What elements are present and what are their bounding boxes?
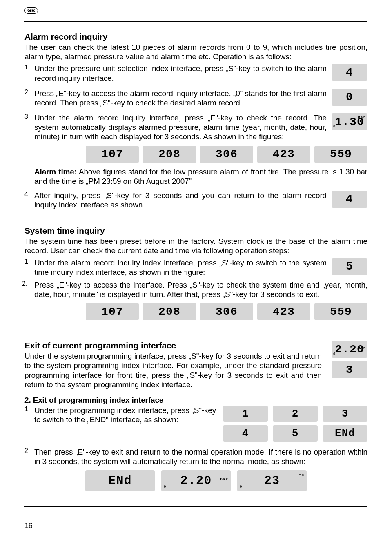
exit-intro-row: Exit of current programming interface Un… bbox=[24, 341, 368, 389]
section-title: System time inquiry bbox=[24, 226, 368, 236]
lcd-time-sequence: 107 208 306 423 559 bbox=[82, 146, 368, 163]
lcd-display: 5 bbox=[273, 425, 318, 442]
lcd-display-pressure: 0 2.20 Bar bbox=[332, 341, 368, 358]
list-text: Press „E"-key to access the interface. P… bbox=[34, 280, 368, 299]
section-intro: The system time has been preset before i… bbox=[24, 236, 368, 255]
exit-step-row: 1. Under the programming index interface… bbox=[24, 406, 368, 442]
alarm-time-note: Alarm time: Above figures stand for the … bbox=[34, 167, 368, 186]
list-number: 2. bbox=[24, 447, 34, 466]
lcd-display: 4 bbox=[223, 425, 268, 442]
list-number: 1. bbox=[24, 406, 34, 424]
lcd-display: 2 bbox=[273, 406, 318, 422]
section-intro: The user can check the latest 10 pieces … bbox=[24, 42, 368, 61]
unit-label: Bar bbox=[220, 477, 228, 482]
lcd-time-sequence: 107 208 306 423 559 bbox=[82, 303, 368, 320]
list-text: Under the pressure unit selection index … bbox=[34, 64, 327, 83]
section-intro: Under the system programming interface, … bbox=[24, 351, 322, 389]
lcd-display: 208 bbox=[143, 303, 196, 320]
list-item: 1. Under the alarm record inquiry index … bbox=[24, 258, 368, 277]
tire-indicator: 0 bbox=[164, 485, 167, 489]
lcd-display: 208 bbox=[143, 146, 196, 163]
lcd-display-temperature: 0 23 °C bbox=[237, 470, 307, 491]
section-alarm-record: Alarm record inquiry The user can check … bbox=[24, 32, 368, 210]
unit-label: °C bbox=[299, 473, 304, 477]
lcd-final-row: ENd 0 2.20 Bar 0 23 °C bbox=[24, 470, 368, 491]
list-item: 2. Press „E"-key to access the alarm rec… bbox=[24, 89, 368, 107]
manual-page: GB Alarm record inquiry The user can che… bbox=[0, 0, 392, 533]
lcd-display-pressure: 0 1.30 Bar bbox=[332, 113, 368, 130]
list-number: 4. bbox=[24, 191, 34, 198]
lcd-display: 423 bbox=[257, 146, 310, 163]
list-item: 2. Press „E"-key to access the interface… bbox=[24, 280, 368, 299]
tire-indicator: 0 bbox=[333, 125, 336, 129]
lcd-display: 107 bbox=[86, 146, 139, 163]
header-rule bbox=[24, 21, 368, 22]
list-number: 2. bbox=[22, 280, 34, 288]
subsection-title: 2. Exit of programming index interface bbox=[24, 396, 368, 405]
section-title: Exit of current programming interface bbox=[24, 341, 322, 350]
lcd-display-end: ENd bbox=[323, 425, 368, 442]
list-text: Under the alarm record inquiry interface… bbox=[34, 113, 327, 142]
lcd-display: 1 bbox=[223, 406, 268, 422]
lcd-display-end: ENd bbox=[85, 470, 155, 491]
list-text: Press „E"-key to access the alarm record… bbox=[34, 89, 327, 107]
list-text: Under the alarm record inquiry index int… bbox=[34, 258, 327, 277]
lcd-display: 3 bbox=[323, 406, 368, 422]
list-number: 3. bbox=[24, 113, 34, 120]
tire-indicator: 0 bbox=[240, 485, 243, 489]
lcd-display: 4 bbox=[332, 64, 368, 81]
list-text: Under the programming index interface, p… bbox=[34, 406, 223, 424]
lcd-display: 559 bbox=[314, 303, 368, 320]
lcd-index-grid: 1 2 3 4 5 ENd bbox=[223, 406, 368, 442]
section-title: Alarm record inquiry bbox=[24, 32, 368, 42]
footer-rule bbox=[24, 506, 368, 507]
lcd-display: 3 bbox=[332, 361, 368, 378]
lcd-display: 306 bbox=[200, 303, 253, 320]
lcd-display: 0 bbox=[332, 89, 368, 106]
lcd-value: 23 bbox=[264, 474, 280, 488]
tire-indicator: 0 bbox=[333, 352, 336, 356]
list-number: 2. bbox=[24, 89, 34, 96]
lcd-display: 559 bbox=[314, 146, 368, 163]
list-text: Then press „E"-key to exit and return to… bbox=[34, 447, 368, 466]
label: Alarm time: bbox=[34, 167, 77, 176]
lcd-value: 2.20 bbox=[180, 474, 212, 488]
list-number: 1. bbox=[24, 258, 34, 265]
page-number: 16 bbox=[24, 522, 368, 530]
list-text: After inquiry, press „S"-key for 3 secon… bbox=[34, 191, 327, 210]
lcd-display: 306 bbox=[200, 146, 253, 163]
list-item: 4. After inquiry, press „S"-key for 3 se… bbox=[24, 191, 368, 210]
lcd-display: 423 bbox=[257, 303, 310, 320]
lcd-display-pressure: 0 2.20 Bar bbox=[161, 470, 231, 491]
unit-label: Bar bbox=[358, 346, 366, 350]
list-item: 1. Under the pressure unit selection ind… bbox=[24, 64, 368, 83]
page-header: GB bbox=[24, 7, 368, 14]
list-item: 2. Then press „E"-key to exit and return… bbox=[24, 447, 368, 466]
language-badge: GB bbox=[24, 7, 38, 14]
lcd-display: 5 bbox=[332, 258, 368, 275]
section-exit: Exit of current programming interface Un… bbox=[24, 341, 368, 491]
lcd-display: 107 bbox=[86, 303, 139, 320]
list-item: 3. Under the alarm record inquiry interf… bbox=[24, 113, 368, 142]
section-system-time: System time inquiry The system time has … bbox=[24, 226, 368, 320]
note-text: Above figures stand for the low pressure… bbox=[34, 167, 368, 185]
list-number: 1. bbox=[24, 64, 34, 71]
unit-label: Bar bbox=[358, 116, 366, 120]
lcd-display: 4 bbox=[332, 191, 368, 208]
